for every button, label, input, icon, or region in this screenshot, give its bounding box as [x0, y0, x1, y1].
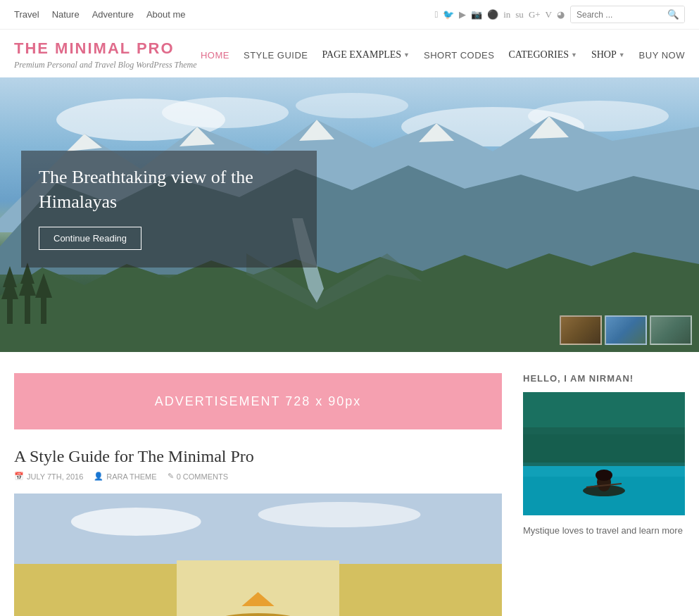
sidebar-bio: Mystique loves to travel and learn more	[523, 524, 685, 539]
site-tagline: Premium Personal and Travel Blog WordPre…	[14, 60, 197, 70]
social-icons:  🐦 ▶ 📷 ⚫ in su G+ V ◕	[434, 9, 565, 20]
nav-about[interactable]: About me	[146, 9, 186, 20]
chevron-down-icon: ▼	[571, 51, 577, 58]
hero-thumb-3[interactable]	[650, 315, 692, 345]
nav-nature[interactable]: Nature	[52, 9, 80, 20]
hero-section: The Breathtaking view of the Himalayas C…	[0, 77, 699, 352]
youtube-icon[interactable]: ▶	[459, 9, 466, 20]
hero-thumb-2[interactable]	[605, 315, 647, 345]
svg-point-26	[71, 508, 201, 536]
post-featured-image	[14, 494, 502, 616]
chevron-down-icon: ▼	[619, 51, 625, 58]
top-bar: Travel Nature Adventure About me  🐦 ▶ 📷…	[0, 0, 699, 30]
svg-point-27	[258, 502, 421, 527]
continue-reading-button[interactable]: Continue Reading	[39, 227, 141, 250]
svg-point-38	[596, 470, 612, 481]
main-content: ADVERTISEMENT 728 x 90px A Style Guide f…	[0, 352, 699, 616]
post-comments: ✎ 0 COMMENTS	[168, 472, 228, 481]
nav-categories[interactable]: CATEGORIES ▼	[508, 49, 577, 61]
post-meta: 📅 JULY 7TH, 2016 👤 RARA THEME ✎ 0 COMMEN…	[14, 472, 502, 481]
content-left: ADVERTISEMENT 728 x 90px A Style Guide f…	[14, 373, 502, 616]
nav-travel[interactable]: Travel	[14, 9, 39, 20]
post-date-text: JULY 7TH, 2016	[27, 472, 83, 481]
twitter-icon[interactable]: 🐦	[443, 9, 454, 20]
search-bar[interactable]: 🔍	[570, 6, 685, 23]
nav-home[interactable]: HOME	[201, 50, 229, 61]
nav-style-guide[interactable]: STYLE GUIDE	[244, 50, 308, 61]
instagram-icon[interactable]: 📷	[471, 9, 482, 20]
calendar-icon: 📅	[14, 472, 24, 481]
post-comments-text: 0 COMMENTS	[177, 472, 228, 481]
post-author-text: RARA THEME	[106, 472, 156, 481]
comment-icon: ✎	[168, 472, 174, 481]
ad-banner: ADVERTISEMENT 728 x 90px	[14, 373, 502, 429]
main-nav: HOME STYLE GUIDE PAGE EXAMPLES ▼ SHORT C…	[201, 49, 685, 61]
search-input[interactable]	[571, 7, 662, 23]
hero-thumb-1[interactable]	[560, 315, 602, 345]
stumbleupon-icon[interactable]: su	[515, 9, 524, 20]
radio-icon[interactable]: ◕	[557, 9, 565, 20]
search-button[interactable]: 🔍	[662, 6, 684, 23]
linkedin-icon[interactable]: in	[503, 9, 510, 20]
top-nav-links: Travel Nature Adventure About me	[14, 9, 186, 20]
post-title: A Style Guide for The Minimal Pro	[14, 447, 502, 466]
post: A Style Guide for The Minimal Pro 📅 JULY…	[14, 447, 502, 616]
site-title[interactable]: THE MiNiMAL PRo	[14, 39, 197, 58]
top-bar-right:  🐦 ▶ 📷 ⚫ in su G+ V ◕ 🔍	[434, 6, 685, 23]
post-author: 👤 RARA THEME	[94, 472, 156, 481]
flickr-icon[interactable]: ⚫	[487, 9, 498, 20]
chevron-down-icon: ▼	[403, 51, 410, 58]
googleplus-icon[interactable]: G+	[529, 9, 541, 20]
site-branding: THE MiNiMAL PRo Premium Personal and Tra…	[14, 39, 197, 70]
hero-text-overlay: The Breathtaking view of the Himalayas C…	[21, 151, 317, 268]
sidebar-hello-title: HELLO, I AM NIRMAN!	[523, 373, 685, 384]
nav-shop[interactable]: SHOP ▼	[591, 49, 625, 61]
nav-adventure[interactable]: Adventure	[92, 9, 134, 20]
ad-banner-text: ADVERTISEMENT 728 x 90px	[155, 394, 361, 409]
author-icon: 👤	[94, 472, 103, 481]
sidebar: HELLO, I AM NIRMAN!	[523, 373, 685, 616]
facebook-icon[interactable]: 	[434, 9, 438, 20]
svg-rect-29	[177, 560, 339, 616]
nav-page-examples[interactable]: PAGE EXAMPLES ▼	[322, 49, 410, 61]
post-date: 📅 JULY 7TH, 2016	[14, 472, 83, 481]
hero-title: The Breathtaking view of the Himalayas	[39, 165, 299, 214]
sidebar-photo	[523, 392, 685, 515]
svg-rect-40	[523, 427, 685, 466]
nav-short-codes[interactable]: SHORT CODES	[424, 50, 494, 61]
nav-buy-now[interactable]: BUY NOW	[639, 50, 685, 61]
site-header: THE MiNiMAL PRo Premium Personal and Tra…	[0, 30, 699, 77]
hero-thumbnails	[560, 315, 692, 345]
vimeo-icon[interactable]: V	[546, 9, 552, 20]
